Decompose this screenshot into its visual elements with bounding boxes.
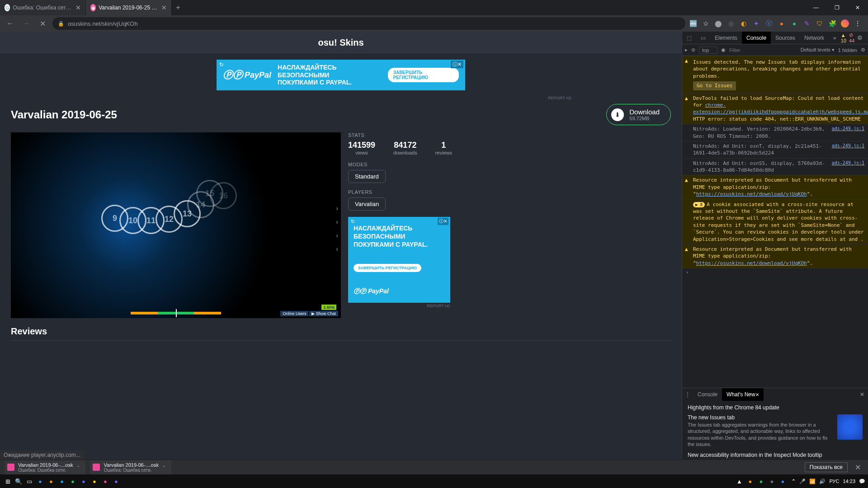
tab-sources[interactable]: Sources [771,32,800,44]
profile-icon[interactable] [841,19,849,28]
app-icon[interactable]: ● [100,476,110,486]
address-bar[interactable]: 🔒 osuskins.net/skin/vjUqKOh [52,17,685,30]
close-icon[interactable]: ✕ [856,391,868,398]
tab-elements[interactable]: Elements [710,32,742,44]
sidebar-ad[interactable]: ↻ ⓘ✕ НАСЛАЖДАЙТЕСЬ БЕЗОПАСНЫМИ ПОКУПКАМИ… [348,217,450,303]
extension-icon[interactable]: ● [790,19,798,28]
notifications-icon[interactable]: 💬 [859,479,865,484]
tab-console[interactable]: Console [742,32,771,44]
chevron-up-icon[interactable]: ⌃ [76,465,80,470]
highlight-item[interactable]: New accessibility information in the Ins… [688,452,863,460]
extension-icon[interactable]: ● [778,19,786,28]
reload-icon[interactable]: ↻ [219,61,224,68]
taskview-icon[interactable]: ▭ [24,476,34,486]
app-icon[interactable]: ● [90,476,99,486]
close-icon[interactable]: ✕ [75,4,81,11]
browser-tab[interactable]: ◉ Varvalian 2019-06-25 - osu! Skin ✕ [86,0,172,15]
online-users[interactable]: Online Users [280,311,308,316]
reload-stop-button[interactable]: ✕ [36,17,49,30]
gear-icon[interactable]: ⚙ [861,47,865,53]
ad-close-icon[interactable]: ⓘ✕ [438,218,448,225]
tab-network[interactable]: Network [800,32,829,44]
show-chat-button[interactable]: ▶ Show Chat [309,311,338,316]
ad-cta-button[interactable]: ЗАВЕРШИТЬ РЕГИСТРАЦИЮ [388,68,459,82]
new-tab-button[interactable]: + [172,0,184,15]
language-indicator[interactable]: РУС [829,479,839,484]
gear-icon[interactable]: ⚙ [857,34,863,41]
inspect-icon[interactable]: ⬚ [682,32,696,44]
ad-close-icon[interactable]: ⓘ✕ [451,61,463,68]
app-icon[interactable]: ● [46,476,56,486]
console-prompt[interactable]: › [682,268,868,276]
minimize-button[interactable]: — [806,0,826,15]
reload-icon[interactable]: ↻ [351,219,355,225]
tray-icon[interactable]: ▲ [734,476,744,486]
forward-button[interactable]: → [20,17,33,30]
extensions-menu-icon[interactable]: 🧩 [828,19,836,28]
clear-icon[interactable]: ⊘ [691,47,695,53]
download-button[interactable]: ⬇ Download 59.72MB [606,104,671,125]
report-ad-link[interactable]: REPORT AD [11,96,571,100]
start-button[interactable]: ⊞ [3,476,13,486]
app-icon[interactable]: ● [79,476,89,486]
drawer-tab-console[interactable]: Console [693,388,722,401]
browser-tab[interactable]: G Ошибка: Ошибка сети - Google ✕ [0,0,86,15]
app-icon[interactable]: ● [68,476,78,486]
app-icon[interactable]: ● [35,476,45,486]
report-ad-link[interactable]: REPORT AD [348,304,450,308]
more-tabs-icon[interactable]: » [829,32,841,44]
extension-icon[interactable]: ◎ [727,19,735,28]
highlight-item[interactable]: The new Issues tabThe Issues tab aggrega… [688,414,863,447]
tray-icon[interactable]: ● [756,476,766,486]
device-icon[interactable]: ▭ [696,32,710,44]
back-button[interactable]: ← [4,17,16,30]
search-icon[interactable]: 🔍 [14,476,24,486]
extension-icon[interactable]: Ⓥ [765,19,773,28]
eye-icon[interactable]: ◉ [721,47,726,53]
bookmark-icon[interactable]: ☆ [702,19,710,28]
download-item[interactable]: Varvalian 2019-06-....oskОшибка: Ошибка … [90,460,171,474]
chevron-up-icon[interactable]: ⌃ [788,476,798,486]
volume-icon[interactable]: 🔊 [819,479,826,484]
stats-label: STATS [348,132,671,138]
modes-label: MODES [348,162,671,167]
show-all-downloads-button[interactable]: Показать все [805,462,848,472]
extension-icon[interactable]: ✦ [752,19,760,28]
console-message: ads-249.js:1NitroAds: Ad Unit: osnSS, di… [682,159,868,176]
app-icon[interactable]: ● [57,476,67,486]
chevron-up-icon[interactable]: ⌃ [162,465,166,470]
wifi-icon[interactable]: 📶 [809,479,816,484]
menu-icon[interactable]: ⋮ [865,34,868,41]
err-count[interactable]: ⊘ 44 [849,32,854,43]
extension-icon[interactable]: 🛡 [816,19,824,28]
eye-icon[interactable]: ▸ [685,47,688,53]
filter-input[interactable] [729,47,765,53]
extension-icon[interactable]: ⬤ [714,19,722,28]
menu-icon[interactable]: ⋮ [854,19,862,28]
levels-select[interactable]: Default levels ▾ [801,47,835,53]
maximize-button[interactable]: ❐ [826,0,847,15]
close-window-button[interactable]: ✕ [847,0,868,15]
context-select[interactable]: top [699,47,717,54]
app-icon[interactable]: ● [111,476,121,486]
go-to-issues-button[interactable]: Go to Issues [693,81,736,90]
ad-cta-button[interactable]: ЗАВЕРШИТЬ РЕГИСТРАЦИЮ [354,264,421,272]
translate-icon[interactable]: 🔤 [689,19,697,28]
drawer-tab-whatsnew[interactable]: What's New ✕ [722,388,764,401]
warn-count[interactable]: ▲ 10 [841,33,846,43]
player-chip[interactable]: Varvalian [348,197,386,211]
tray-icon[interactable]: ● [778,476,788,486]
tray-icon[interactable]: ● [745,476,755,486]
menu-icon[interactable]: ⋮ [682,391,693,398]
carousel-arrows[interactable]: ›››› [336,205,338,253]
close-icon[interactable]: ✕ [161,4,167,11]
close-icon[interactable]: ✕ [852,463,863,472]
banner-ad[interactable]: ↻ ⓘ✕ ⓅⓅPayPal НАСЛАЖДАЙТЕСЬ БЕЗОПАСНЫМИ … [217,60,465,90]
extension-icon[interactable]: ✎ [803,19,811,28]
microphone-icon[interactable]: 🎤 [799,479,806,484]
clock[interactable]: 14:23 [843,479,855,484]
tray-icon[interactable]: ● [767,476,777,486]
extension-icon[interactable]: ◐ [740,19,748,28]
mode-chip[interactable]: Standard [348,170,386,183]
download-item[interactable]: Varvalian 2019-06-....oskОшибка: Ошибка … [5,460,85,474]
